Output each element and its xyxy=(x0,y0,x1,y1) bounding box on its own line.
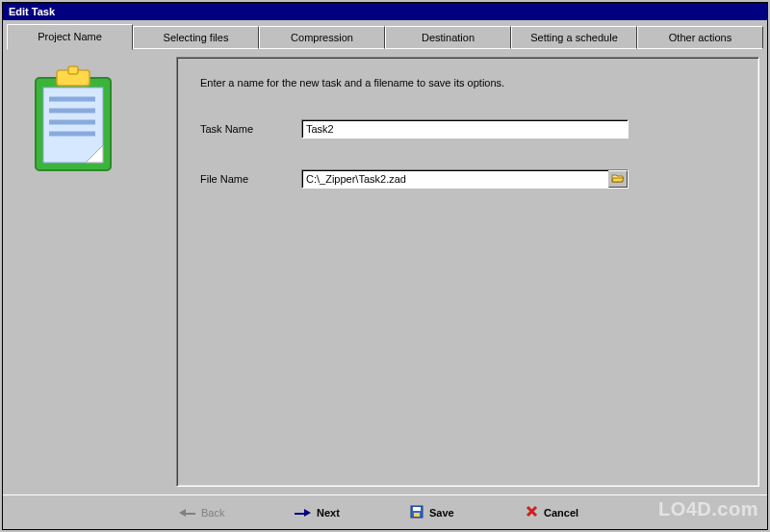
file-name-row: File Name xyxy=(200,169,735,189)
file-name-label: File Name xyxy=(200,173,301,185)
clipboard-icon xyxy=(18,64,124,180)
tab-label: Destination xyxy=(422,32,475,43)
content-panel: Enter a name for the new task and a file… xyxy=(176,57,759,487)
tab-label: Selecting files xyxy=(164,32,229,43)
tab-label: Project Name xyxy=(38,31,102,42)
window-title: Edit Task xyxy=(9,6,55,17)
file-name-input-wrap xyxy=(301,169,629,189)
arrow-left-icon xyxy=(179,507,195,519)
floppy-disk-icon xyxy=(410,505,424,520)
tab-row: Project Name Selecting files Compression… xyxy=(3,20,767,49)
back-label: Back xyxy=(201,507,224,519)
svg-rect-9 xyxy=(413,507,421,511)
save-label: Save xyxy=(429,507,454,519)
svg-rect-7 xyxy=(68,66,78,74)
task-name-input[interactable] xyxy=(301,119,629,139)
instruction-text: Enter a name for the new task and a file… xyxy=(200,77,735,89)
tab-destination[interactable]: Destination xyxy=(385,26,511,49)
tab-project-name[interactable]: Project Name xyxy=(7,24,133,50)
next-label: Next xyxy=(317,507,340,519)
task-name-label: Task Name xyxy=(200,123,301,135)
tab-selecting-files[interactable]: Selecting files xyxy=(133,26,259,49)
cancel-label: Cancel xyxy=(544,507,578,519)
tab-label: Setting a schedule xyxy=(530,32,618,43)
titlebar: Edit Task xyxy=(3,3,767,20)
tab-compression[interactable]: Compression xyxy=(259,26,385,49)
tab-schedule[interactable]: Setting a schedule xyxy=(511,26,637,49)
next-button[interactable]: Next xyxy=(289,505,366,520)
file-name-input[interactable] xyxy=(302,170,608,188)
back-button[interactable]: Back xyxy=(173,505,250,520)
wizard-button-bar: Back Next Save Cancel xyxy=(3,494,767,529)
svg-rect-10 xyxy=(414,513,420,517)
folder-open-icon xyxy=(611,173,625,186)
tab-label: Compression xyxy=(291,32,353,43)
dialog-window: Edit Task Project Name Selecting files C… xyxy=(2,2,768,530)
arrow-right-icon xyxy=(295,507,311,519)
tab-label: Other actions xyxy=(669,32,732,43)
cancel-button[interactable]: Cancel xyxy=(520,503,597,521)
task-name-row: Task Name xyxy=(200,119,735,139)
wizard-icon-column xyxy=(11,57,165,487)
browse-button[interactable] xyxy=(608,170,628,188)
cancel-icon xyxy=(526,505,538,519)
save-button[interactable]: Save xyxy=(404,503,481,522)
tab-other-actions[interactable]: Other actions xyxy=(637,26,763,49)
body-area: Enter a name for the new task and a file… xyxy=(3,49,767,494)
